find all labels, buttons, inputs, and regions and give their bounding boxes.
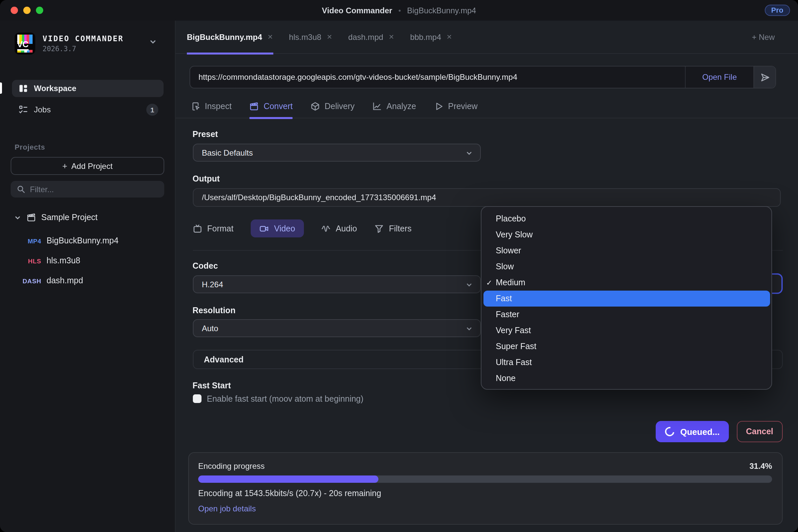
window-title: Video Commander ● BigBuckBunny.mp4 bbox=[0, 0, 798, 21]
tab-label: bbb.mp4 bbox=[410, 32, 441, 41]
app-stage: Video Commander ● BigBuckBunny.mp4 Pro V… bbox=[0, 0, 798, 532]
tab-analyze[interactable]: Analyze bbox=[373, 95, 416, 118]
file-type-badge: HLS bbox=[0, 257, 41, 264]
fast-start-label: Fast Start bbox=[192, 381, 231, 391]
preset-select[interactable]: Basic Defaults bbox=[192, 144, 480, 162]
menu-option-medium[interactable]: ✓ Medium bbox=[481, 274, 772, 291]
cancel-button[interactable]: Cancel bbox=[737, 421, 783, 442]
output-path-field bbox=[192, 188, 780, 207]
url-input[interactable] bbox=[190, 66, 685, 88]
segment-video[interactable]: Video bbox=[251, 220, 304, 238]
file-item-mp4[interactable]: MP4 BigBuckBunny.mp4 bbox=[0, 234, 175, 247]
segment-label: Video bbox=[274, 224, 295, 233]
project-tree-header[interactable]: Sample Project bbox=[14, 213, 98, 222]
close-icon[interactable]: ✕ bbox=[446, 33, 452, 41]
delivery-package-icon bbox=[310, 102, 320, 111]
progress-bar-track bbox=[198, 475, 772, 482]
close-icon[interactable]: ✕ bbox=[389, 33, 394, 41]
resolution-select[interactable]: Auto bbox=[192, 319, 480, 337]
tab-delivery[interactable]: Delivery bbox=[310, 95, 355, 118]
tab-label: Convert bbox=[264, 102, 293, 111]
file-name: hls.m3u8 bbox=[46, 256, 80, 265]
close-icon[interactable]: ✕ bbox=[326, 33, 332, 41]
option-label: Placebo bbox=[496, 214, 526, 224]
tab-hls[interactable]: hls.m3u8 ✕ bbox=[289, 20, 332, 54]
menu-option-very-slow[interactable]: Very Slow bbox=[481, 227, 772, 243]
chevron-down-icon[interactable] bbox=[149, 38, 157, 46]
option-label: None bbox=[496, 374, 516, 383]
tab-dash[interactable]: dash.mpd ✕ bbox=[348, 20, 394, 54]
menu-option-slow[interactable]: Slow bbox=[481, 259, 772, 274]
sidebar-item-workspace[interactable]: Workspace bbox=[12, 80, 164, 97]
add-project-label: Add Project bbox=[72, 161, 113, 171]
tab-preview[interactable]: Preview bbox=[434, 95, 477, 118]
video-camera-icon bbox=[259, 224, 269, 233]
active-nav-indicator bbox=[0, 82, 2, 94]
menu-option-fast[interactable]: Fast bbox=[483, 291, 770, 307]
menu-option-ultra-fast[interactable]: Ultra Fast bbox=[481, 355, 772, 370]
tab-bigbuckbunny[interactable]: BigBuckBunny.mp4 ✕ bbox=[187, 20, 273, 54]
titlebar: Video Commander ● BigBuckBunny.mp4 Pro bbox=[0, 0, 798, 21]
segment-label: Filters bbox=[389, 224, 412, 233]
file-item-hls[interactable]: HLS hls.m3u8 bbox=[0, 254, 175, 267]
segment-format[interactable]: Format bbox=[192, 220, 233, 238]
option-label: Medium bbox=[496, 278, 525, 287]
project-name: Sample Project bbox=[41, 213, 98, 222]
audio-waveform-icon bbox=[321, 224, 330, 233]
check-icon: ✓ bbox=[486, 278, 492, 287]
app-logo: VC bbox=[14, 33, 35, 55]
window-title-document: BigBuckBunny.mp4 bbox=[407, 6, 476, 15]
chevron-down-icon[interactable] bbox=[14, 214, 21, 221]
resolution-label: Resolution bbox=[192, 306, 235, 315]
new-tab-button[interactable]: + New bbox=[752, 21, 775, 54]
chevron-down-icon bbox=[465, 281, 473, 289]
search-icon bbox=[17, 185, 25, 193]
menu-option-super-fast[interactable]: Super Fast bbox=[481, 339, 772, 355]
plus-icon: + bbox=[62, 161, 67, 171]
output-path-input[interactable] bbox=[193, 189, 780, 206]
tab-label: dash.mpd bbox=[348, 32, 383, 41]
menu-option-faster[interactable]: Faster bbox=[481, 307, 772, 323]
queued-button[interactable]: Queued... bbox=[656, 421, 729, 442]
tab-convert[interactable]: Convert bbox=[250, 95, 293, 118]
segment-label: Audio bbox=[336, 224, 357, 233]
tab-inspect[interactable]: Inspect bbox=[191, 95, 232, 118]
fast-start-checkbox[interactable] bbox=[192, 394, 201, 403]
open-file-button[interactable]: Open File bbox=[685, 66, 754, 88]
chevron-down-icon bbox=[465, 325, 473, 332]
project-filter bbox=[11, 181, 164, 197]
jobs-checklist-icon bbox=[19, 105, 28, 114]
file-item-dash[interactable]: DASH dash.mpd bbox=[0, 274, 175, 287]
advanced-label: Advanced bbox=[204, 355, 244, 364]
codec-value: H.264 bbox=[202, 280, 223, 289]
sidebar: VC VIDEO COMMANDER 2026.3.7 Workspace Jo… bbox=[0, 21, 175, 532]
queued-label: Queued... bbox=[680, 426, 720, 437]
add-project-button[interactable]: + Add Project bbox=[11, 157, 164, 175]
fast-start-description: Enable fast start (moov atom at beginnin… bbox=[207, 394, 363, 404]
chevron-down-icon bbox=[465, 150, 473, 157]
segment-filters[interactable]: Filters bbox=[374, 220, 412, 238]
option-label: Fast bbox=[496, 294, 512, 303]
menu-option-very-fast[interactable]: Very Fast bbox=[481, 323, 772, 339]
option-label: Faster bbox=[496, 310, 519, 319]
codec-select[interactable]: H.264 bbox=[192, 275, 480, 293]
workspace-icon bbox=[19, 84, 28, 93]
menu-option-placebo[interactable]: Placebo bbox=[481, 211, 772, 227]
spinner-icon bbox=[663, 425, 676, 438]
encoding-progress-card: Encoding progress 31.4% Encoding at 1543… bbox=[188, 452, 782, 524]
segment-audio[interactable]: Audio bbox=[321, 220, 357, 238]
progress-percent: 31.4% bbox=[749, 461, 772, 471]
close-icon[interactable]: ✕ bbox=[267, 33, 273, 41]
menu-option-none[interactable]: None bbox=[481, 370, 772, 386]
sidebar-item-jobs[interactable]: Jobs 1 bbox=[12, 101, 164, 118]
output-label: Output bbox=[192, 174, 220, 184]
tab-label: Inspect bbox=[205, 102, 232, 111]
title-separator-dot: ● bbox=[398, 8, 401, 13]
open-job-details-link[interactable]: Open job details bbox=[198, 504, 256, 513]
filter-input[interactable] bbox=[30, 185, 150, 194]
submit-url-button[interactable] bbox=[754, 66, 775, 88]
tab-bbb[interactable]: bbb.mp4 ✕ bbox=[410, 20, 452, 54]
option-label: Slower bbox=[496, 246, 521, 255]
progress-status: Encoding at 1543.5kbits/s (20.7x) - 20s … bbox=[198, 489, 381, 498]
menu-option-slower[interactable]: Slower bbox=[481, 243, 772, 259]
